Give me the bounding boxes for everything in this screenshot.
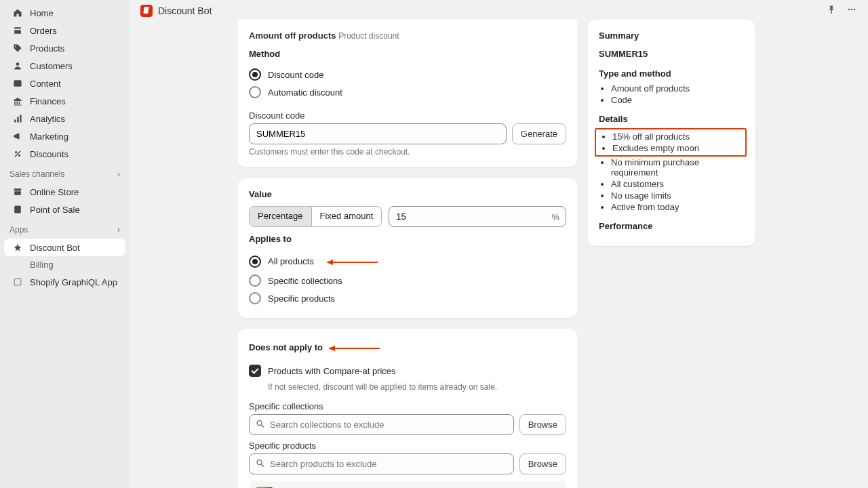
method-card: Amount off products Product discount Met… <box>238 20 577 167</box>
summary-title: Summary <box>599 30 744 41</box>
svg-marker-10 <box>326 260 333 265</box>
discounts-icon <box>12 148 23 159</box>
summary-type-heading: Type and method <box>599 68 744 79</box>
svg-rect-4 <box>14 205 21 213</box>
collections-label: Specific collections <box>249 401 566 411</box>
highlighted-details: 15% off all products Excludes empty moon <box>595 128 747 157</box>
svg-point-6 <box>848 9 850 10</box>
nav-app-graphiql[interactable]: Shopify GraphiQL App <box>4 273 125 291</box>
svg-point-3 <box>18 155 20 157</box>
radio-automatic[interactable]: Automatic discount <box>249 83 566 101</box>
value-type-toggle: Percentage Fixed amount <box>249 206 382 227</box>
svg-point-7 <box>851 9 852 10</box>
percentage-input[interactable] <box>389 206 566 227</box>
nav-orders[interactable]: Orders <box>4 22 125 39</box>
applies-heading: Applies to <box>249 234 566 244</box>
pin-icon[interactable] <box>826 4 837 17</box>
app-icon <box>12 277 23 287</box>
search-icon <box>256 458 265 470</box>
summary-type-list: Amount off products Code <box>599 83 744 106</box>
card-title: Amount off products <box>249 30 336 41</box>
svg-point-0 <box>16 62 20 66</box>
svg-point-13 <box>257 420 262 425</box>
search-icon <box>256 419 265 430</box>
search-collections-input[interactable] <box>249 414 514 435</box>
radio-icon <box>249 86 261 98</box>
nav-content[interactable]: Content <box>4 75 125 92</box>
nav-online-store[interactable]: Online Store <box>4 183 125 201</box>
nav-section-channels[interactable]: Sales channels› <box>0 163 130 183</box>
products-icon <box>12 43 23 54</box>
percent-unit: % <box>551 211 559 222</box>
value-heading: Value <box>249 189 566 199</box>
orders-icon <box>12 25 23 36</box>
main-content: Discount Bot Amount off products Product… <box>130 0 868 488</box>
summary-code: SUMMER15 <box>599 49 744 59</box>
admin-sidebar: Home Orders Products Customers Content F… <box>0 0 130 488</box>
exclude-heading: Does not apply to <box>249 340 566 355</box>
radio-discount-code[interactable]: Discount code <box>249 66 566 83</box>
exclude-card: Does not apply to Products with Compare-… <box>238 329 577 488</box>
generate-button[interactable]: Generate <box>512 123 566 144</box>
checkbox-icon <box>249 365 261 377</box>
compare-at-hint: If not selected, discount will be applie… <box>249 382 566 392</box>
nav-app-discountbot[interactable]: Discount Bot <box>4 239 125 256</box>
customers-icon <box>12 60 23 71</box>
radio-icon <box>249 68 261 81</box>
nav-app-billing[interactable]: Billing <box>4 256 125 273</box>
checkbox-compare-at[interactable]: Products with Compare-at prices <box>249 362 566 380</box>
app-logo-icon <box>140 5 153 17</box>
chevron-right-icon: › <box>117 225 120 235</box>
code-label: Discount code <box>249 110 566 121</box>
nav-customers[interactable]: Customers <box>4 57 125 75</box>
summary-card: Summary SUMMER15 Type and method Amount … <box>588 20 755 246</box>
seg-percentage[interactable]: Percentage <box>249 206 312 227</box>
radio-icon <box>249 256 261 268</box>
method-heading: Method <box>249 49 566 59</box>
nav-marketing[interactable]: Marketing <box>4 127 125 145</box>
finances-icon <box>12 96 23 106</box>
code-hint: Customers must enter this code at checko… <box>249 147 566 157</box>
card-subtitle: Product discount <box>338 31 399 41</box>
seg-fixed[interactable]: Fixed amount <box>312 206 382 227</box>
radio-specific-products[interactable]: Specific products <box>249 289 566 307</box>
nav-analytics[interactable]: Analytics <box>4 110 125 127</box>
products-label: Specific products <box>249 441 566 451</box>
radio-icon <box>249 292 261 304</box>
more-icon[interactable] <box>846 4 857 17</box>
svg-point-2 <box>15 151 17 153</box>
chevron-right-icon: › <box>117 169 120 179</box>
nav-discounts[interactable]: Discounts <box>4 145 125 163</box>
annotation-arrow-icon <box>326 253 378 269</box>
radio-icon <box>249 274 261 287</box>
svg-point-14 <box>257 460 262 464</box>
svg-rect-5 <box>14 279 21 285</box>
summary-performance-heading: Performance <box>599 221 744 231</box>
svg-point-8 <box>854 9 855 10</box>
radio-specific-collections[interactable]: Specific collections <box>249 272 566 289</box>
nav-pos[interactable]: Point of Sale <box>4 201 125 218</box>
nav-finances[interactable]: Finances <box>4 92 125 110</box>
annotation-arrow-icon <box>328 340 380 355</box>
radio-all-products[interactable]: All products <box>249 251 566 272</box>
summary-details-list: No minimum purchase requirement All cust… <box>599 157 744 213</box>
browse-products-button[interactable]: Browse <box>519 453 566 474</box>
store-icon <box>12 186 23 197</box>
nav-home[interactable]: Home <box>4 4 125 22</box>
svg-rect-1 <box>14 80 21 87</box>
analytics-icon <box>12 113 23 124</box>
search-products-input[interactable] <box>249 453 514 474</box>
discount-code-input[interactable] <box>249 123 507 144</box>
value-card: Value Percentage Fixed amount % Applies … <box>238 178 577 318</box>
topbar: Discount Bot <box>130 0 868 20</box>
nav-products[interactable]: Products <box>4 39 125 57</box>
marketing-icon <box>12 131 23 142</box>
browse-collections-button[interactable]: Browse <box>519 414 566 435</box>
nav-section-apps[interactable]: Apps› <box>0 218 130 239</box>
excluded-product-item: empty moon ✕ <box>249 481 566 488</box>
content-icon <box>12 78 23 89</box>
svg-marker-12 <box>328 346 335 351</box>
home-icon <box>12 7 23 18</box>
pin-icon <box>12 242 23 253</box>
page-title: Discount Bot <box>158 5 212 16</box>
